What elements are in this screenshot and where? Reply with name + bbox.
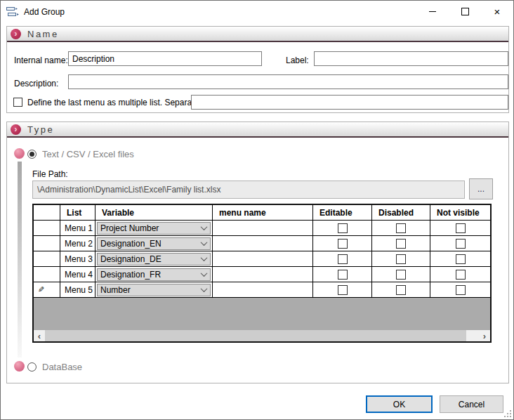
option-bullet-icon xyxy=(14,361,25,372)
close-button[interactable]: × xyxy=(481,1,513,22)
table-row: Menu 3Designation_DE xyxy=(34,251,490,267)
description-label: Description: xyxy=(14,79,58,88)
variable-combobox[interactable]: Designation_FR xyxy=(97,268,211,281)
table-row: Menu 4Designation_FR xyxy=(34,267,490,282)
scroll-left-icon[interactable]: ‹ xyxy=(34,330,45,341)
not-visible-checkbox[interactable] xyxy=(456,239,466,249)
editable-checkbox[interactable] xyxy=(338,285,348,295)
disabled-checkbox-cell xyxy=(372,251,430,267)
disabled-checkbox[interactable] xyxy=(396,285,406,295)
minimize-icon xyxy=(429,11,436,12)
grid-header-row: ListVariablemenu nameEditableDisabledNot… xyxy=(34,205,490,221)
disabled-checkbox[interactable] xyxy=(396,254,406,264)
row-selector-cell[interactable] xyxy=(34,236,60,251)
variable-cell: Designation_EN xyxy=(95,236,213,251)
close-icon: × xyxy=(494,6,501,17)
name-section-header: › Name xyxy=(7,27,508,42)
edit-pencil-icon: ✎ xyxy=(38,286,44,294)
name-section-title: Name xyxy=(27,29,59,39)
editable-checkbox-cell xyxy=(313,282,372,298)
not-visible-checkbox[interactable] xyxy=(456,254,466,264)
variable-cell: Project Number xyxy=(95,221,213,236)
table-row: ✎Menu 5Number xyxy=(34,282,490,298)
column-header-disabled[interactable]: Disabled xyxy=(372,205,430,221)
grid-body: Menu 1Project NumberMenu 2Designation_EN… xyxy=(34,221,490,298)
disabled-checkbox[interactable] xyxy=(396,270,406,280)
editable-checkbox[interactable] xyxy=(338,239,348,249)
chevron-down-icon xyxy=(197,256,210,261)
minimize-button[interactable] xyxy=(416,1,449,22)
multiple-list-checkbox[interactable] xyxy=(13,98,22,107)
file-path-label: File Path: xyxy=(32,169,68,179)
column-header-variable[interactable]: Variable xyxy=(95,205,213,221)
cancel-button[interactable]: Cancel xyxy=(440,395,503,413)
editable-checkbox-cell xyxy=(313,251,372,267)
radio-text-csv-excel[interactable] xyxy=(27,150,37,159)
menu-name-cell[interactable] xyxy=(213,251,313,267)
variable-combobox[interactable]: Project Number xyxy=(97,222,211,235)
variable-cell: Number xyxy=(95,282,213,298)
internal-name-input[interactable] xyxy=(68,51,262,66)
type-section: › Type Text / CSV / Excel files File Pat… xyxy=(6,122,509,383)
table-row: Menu 1Project Number xyxy=(34,221,490,236)
row-selector-cell[interactable] xyxy=(34,221,60,236)
column-header-list[interactable]: List xyxy=(60,205,95,221)
description-input[interactable] xyxy=(68,74,508,89)
window-title: Add Group xyxy=(24,7,416,17)
maximize-button[interactable] xyxy=(449,1,481,22)
type-section-header: › Type xyxy=(7,122,508,138)
not-visible-checkbox[interactable] xyxy=(456,223,466,233)
list-cell[interactable]: Menu 2 xyxy=(60,236,95,251)
variable-combobox[interactable]: Designation_DE xyxy=(97,253,211,265)
column-header-editable[interactable]: Editable xyxy=(313,205,372,221)
list-cell[interactable]: Menu 1 xyxy=(60,221,95,236)
column-header-selector[interactable] xyxy=(34,205,60,221)
chevron-down-icon xyxy=(197,287,210,292)
chevron-down-icon xyxy=(197,272,210,277)
editable-checkbox-cell xyxy=(313,236,372,251)
scrollbar-thumb[interactable] xyxy=(45,330,466,341)
label-input[interactable] xyxy=(314,51,508,66)
disabled-checkbox-cell xyxy=(372,221,430,236)
ok-button[interactable]: OK xyxy=(366,395,433,413)
column-header-menu-name[interactable]: menu name xyxy=(213,205,313,221)
editable-checkbox[interactable] xyxy=(338,254,348,264)
table-row: Menu 2Designation_EN xyxy=(34,236,490,251)
variable-combobox[interactable]: Number xyxy=(97,284,211,296)
variable-combobox[interactable]: Designation_EN xyxy=(97,237,211,250)
scroll-right-icon[interactable]: › xyxy=(479,330,490,341)
add-group-dialog: Add Group × › Name Internal name: Label:… xyxy=(0,0,514,420)
editable-checkbox-cell xyxy=(313,221,372,236)
disabled-checkbox-cell xyxy=(372,282,430,298)
menu-name-cell[interactable] xyxy=(213,282,313,298)
separator-input[interactable] xyxy=(191,95,508,110)
radio-database[interactable] xyxy=(27,362,37,372)
menu-name-cell[interactable] xyxy=(213,236,313,251)
resize-grip-icon[interactable] xyxy=(504,410,511,417)
radio-text-csv-excel-label: Text / CSV / Excel files xyxy=(42,149,134,159)
menu-name-cell[interactable] xyxy=(213,267,313,282)
section-arrow-icon: › xyxy=(11,124,21,135)
disabled-checkbox[interactable] xyxy=(396,223,406,233)
group-list-icon xyxy=(6,6,19,17)
list-cell[interactable]: Menu 3 xyxy=(60,251,95,267)
not-visible-checkbox[interactable] xyxy=(456,285,466,295)
browse-button[interactable]: ... xyxy=(469,178,493,199)
row-selector-cell[interactable] xyxy=(34,267,60,282)
editable-checkbox[interactable] xyxy=(338,223,348,233)
row-selector-cell[interactable]: ✎ xyxy=(34,282,60,298)
disabled-checkbox[interactable] xyxy=(396,239,406,249)
not-visible-checkbox-cell xyxy=(430,251,490,267)
horizontal-scrollbar[interactable]: ‹ › xyxy=(34,330,490,341)
not-visible-checkbox-cell xyxy=(430,221,490,236)
not-visible-checkbox[interactable] xyxy=(456,270,466,280)
column-header-not-visible[interactable]: Not visible xyxy=(430,205,490,221)
editable-checkbox[interactable] xyxy=(338,270,348,280)
menu-name-cell[interactable] xyxy=(213,221,313,236)
file-path-value: \Administration\DynamicList\Excel\Family… xyxy=(32,181,465,199)
list-cell[interactable]: Menu 4 xyxy=(60,267,95,282)
disabled-checkbox-cell xyxy=(372,267,430,282)
option-connector-line xyxy=(18,162,22,357)
row-selector-cell[interactable] xyxy=(34,251,60,267)
list-cell[interactable]: Menu 5 xyxy=(60,282,95,298)
